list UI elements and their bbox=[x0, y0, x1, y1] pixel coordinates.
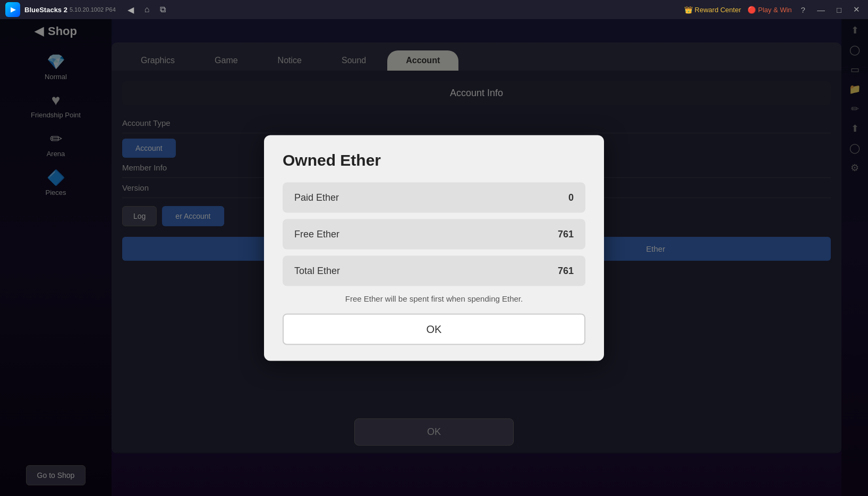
total-ether-value: 761 bbox=[558, 266, 574, 277]
reward-center-label: Reward Center bbox=[695, 6, 741, 14]
app-name: BlueStacks 2 bbox=[24, 6, 67, 14]
bluestacks-logo: ▶ bbox=[5, 2, 20, 17]
nav-buttons: ◀ ⌂ ⧉ bbox=[124, 4, 169, 16]
modal-ok-button[interactable]: OK bbox=[283, 314, 585, 345]
play-win-label: Play & Win bbox=[758, 6, 792, 14]
help-button[interactable]: ? bbox=[798, 4, 808, 15]
total-ether-row: Total Ether 761 bbox=[283, 256, 585, 286]
paid-ether-label: Paid Ether bbox=[294, 192, 339, 203]
modal-title: Owned Ether bbox=[283, 151, 585, 169]
ether-note: Free Ether will be spent first when spen… bbox=[283, 294, 585, 303]
play-win-button[interactable]: 🔴 Play & Win bbox=[747, 6, 792, 14]
tabs-button[interactable]: ⧉ bbox=[157, 4, 169, 16]
app-version: 5.10.20.1002 P64 bbox=[70, 6, 116, 13]
titlebar: ▶ BlueStacks 2 5.10.20.1002 P64 ◀ ⌂ ⧉ 👑 … bbox=[0, 0, 868, 19]
back-button[interactable]: ◀ bbox=[124, 4, 137, 16]
total-ether-label: Total Ether bbox=[294, 266, 340, 277]
close-button[interactable]: ✕ bbox=[850, 4, 863, 15]
free-ether-row: Free Ether 761 bbox=[283, 219, 585, 250]
paid-ether-row: Paid Ether 0 bbox=[283, 183, 585, 213]
titlebar-right: 👑 Reward Center 🔴 Play & Win ? — □ ✕ bbox=[684, 4, 863, 15]
free-ether-value: 761 bbox=[558, 229, 574, 240]
minimize-button[interactable]: — bbox=[814, 4, 828, 15]
owned-ether-modal: Owned Ether Paid Ether 0 Free Ether 761 … bbox=[264, 135, 604, 361]
home-button[interactable]: ⌂ bbox=[141, 4, 153, 16]
reward-center-button[interactable]: 👑 Reward Center bbox=[684, 6, 741, 14]
play-icon: 🔴 bbox=[747, 6, 756, 14]
free-ether-label: Free Ether bbox=[294, 229, 339, 240]
maximize-button[interactable]: □ bbox=[834, 4, 844, 15]
crown-icon: 👑 bbox=[684, 6, 693, 14]
paid-ether-value: 0 bbox=[568, 192, 574, 203]
